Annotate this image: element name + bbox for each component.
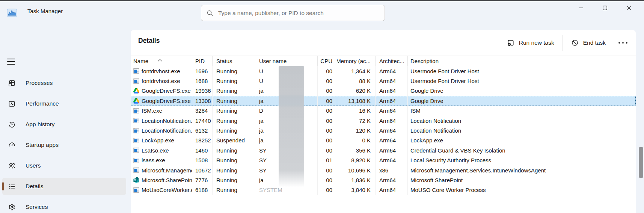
startup-apps-icon (8, 141, 16, 149)
sidebar-item-processes[interactable]: Processes (2, 74, 126, 92)
default-exe-icon (133, 128, 139, 134)
table-row[interactable]: SMicrosoft.SharePoint....7776Runningja00… (131, 175, 636, 185)
column-header-cpu[interactable]: CPU (318, 56, 337, 66)
cell-desc: Usermode Font Driver Host (408, 66, 636, 76)
column-header-label: User name (259, 58, 287, 64)
cell-name: LocationNotification... (131, 125, 192, 135)
table-row[interactable]: ISM.exe3284RunningD0016 KArm64ISM (131, 106, 636, 116)
table-row[interactable]: LsaIso.exe1460RunningSY00356 KArm64Crede… (131, 145, 636, 155)
table-row[interactable]: LockApp.exe18252Suspendedja000 KArm64Loc… (131, 136, 636, 145)
end-task-label: End task (583, 39, 606, 46)
cell-arch: Arm64 (376, 86, 408, 96)
sidebar-nav: ProcessesPerformanceApp historyStartup a… (2, 74, 126, 213)
cell-arch: Arm64 (376, 175, 408, 185)
cell-arch: Arm64 (376, 156, 408, 165)
sidebar-item-details[interactable]: Details (2, 178, 126, 195)
sidebar-item-users[interactable]: Users (2, 157, 126, 174)
cell-pid-text: 1460 (195, 147, 208, 154)
minimize-icon (579, 6, 583, 10)
cell-name-text: LocationNotification... (142, 127, 192, 134)
maximize-button[interactable] (593, 1, 617, 15)
cell-user-text: U (259, 68, 263, 74)
search-input[interactable] (218, 10, 379, 17)
table-row[interactable]: Microsoft.Manageme...10672RunningSY0010,… (131, 165, 636, 175)
table-row[interactable]: LocationNotification...17440Runningja007… (131, 116, 636, 125)
column-header-status[interactable]: Status (213, 56, 256, 66)
cell-pid-text: 18252 (195, 137, 211, 144)
table-row[interactable]: GoogleDriveFS.exe19936Runningja00620 KAr… (131, 86, 636, 96)
sidebar-item-performance[interactable]: Performance (2, 95, 126, 112)
cell-user-text: ja (259, 137, 264, 144)
cell-user-text: D (259, 107, 263, 114)
search-box[interactable] (201, 5, 385, 21)
sidebar-item-services[interactable]: Services (2, 198, 126, 213)
window-controls (569, 1, 641, 15)
cell-user-text: ja (259, 177, 264, 183)
cell-mem: 10,696 K (337, 165, 376, 175)
cell-arch: Arm64 (376, 125, 408, 135)
cell-status-text: Running (216, 68, 237, 74)
column-header-desc[interactable]: Description (408, 56, 636, 66)
table-row[interactable]: fontdrvhost.exe1688RunningU0088 KArm64Us… (131, 76, 636, 86)
column-header-pid[interactable]: PID (192, 56, 213, 66)
cell-mem: 356 K (337, 145, 376, 155)
cell-desc: Location Notification (408, 116, 636, 125)
cell-cpu-text: 00 (326, 107, 332, 114)
cell-user-text: SY (259, 157, 267, 163)
cell-desc: Location Notification (408, 125, 636, 135)
cell-status: Running (213, 96, 256, 106)
cell-mem: 1,364 K (337, 66, 376, 76)
cell-user: ja (256, 136, 318, 145)
cell-user: D (256, 106, 318, 116)
cell-cpu: 00 (318, 76, 337, 86)
cell-mem-text: 0 K (362, 137, 371, 144)
table-row[interactable]: fontdrvhost.exe1696RunningU001,364 KArm6… (131, 66, 636, 76)
cell-mem-text: 1,836 K (351, 177, 371, 183)
cell-status: Running (213, 185, 256, 195)
cell-desc-text: Usermode Font Driver Host (410, 68, 479, 74)
column-header-name[interactable]: Name (131, 56, 192, 66)
more-options-button[interactable] (613, 36, 633, 50)
navigation-menu-button[interactable] (5, 56, 18, 68)
close-icon (627, 6, 631, 10)
column-header-user[interactable]: User name (256, 56, 318, 66)
cell-cpu: 00 (318, 165, 337, 175)
cell-status-text: Running (216, 187, 237, 193)
close-button[interactable] (617, 1, 641, 15)
cell-pid-text: 1688 (195, 78, 208, 84)
column-header-arch[interactable]: Architec... (376, 56, 408, 66)
cell-cpu-text: 00 (326, 118, 332, 124)
cell-status-text: Running (216, 78, 237, 84)
run-new-task-button[interactable]: Run new task (502, 36, 560, 50)
cell-name: LocationNotification... (131, 116, 192, 125)
table-row[interactable]: LocationNotification...6132Runningja0012… (131, 125, 636, 135)
table-row[interactable]: lsass.exe1508RunningSY018,920 KArm64Loca… (131, 156, 636, 165)
processes-icon (8, 79, 16, 87)
cell-status: Running (213, 156, 256, 165)
page-title: Details (138, 37, 160, 45)
table-row[interactable]: GoogleDriveFS.exe13308Runningja0013,108 … (131, 96, 636, 106)
cell-name: GoogleDriveFS.exe (131, 86, 192, 96)
column-header-mem[interactable]: Memory (ac... (337, 56, 376, 66)
cell-desc-text: Location Notification (410, 118, 461, 124)
sidebar-item-startup-apps[interactable]: Startup apps (2, 136, 126, 154)
cell-mem: 72 K (337, 116, 376, 125)
cell-status: Running (213, 175, 256, 185)
cell-mem-text: 620 K (356, 88, 371, 94)
cell-pid: 7776 (192, 175, 213, 185)
cell-user: ja (256, 86, 318, 96)
cell-cpu: 01 (318, 156, 337, 165)
cell-pid: 1696 (192, 66, 213, 76)
cell-mem-text: 72 K (359, 118, 371, 124)
end-task-button[interactable]: End task (566, 36, 611, 50)
cell-name: Microsoft.Manageme... (131, 165, 192, 175)
minimize-button[interactable] (569, 1, 593, 15)
cell-cpu-text: 00 (326, 137, 332, 144)
cell-mem-text: 88 K (359, 78, 371, 84)
vertical-scrollbar-thumb[interactable] (639, 147, 643, 178)
sidebar-item-app-history[interactable]: App history (2, 116, 126, 133)
cell-mem: 3,840 K (337, 185, 376, 195)
table-row[interactable]: MoUsoCoreWorker.exe6188RunningSYSTEM003,… (131, 185, 636, 195)
cell-user-text: SYSTEM (259, 187, 282, 193)
cell-desc: Local Security Authority Process (408, 156, 636, 165)
